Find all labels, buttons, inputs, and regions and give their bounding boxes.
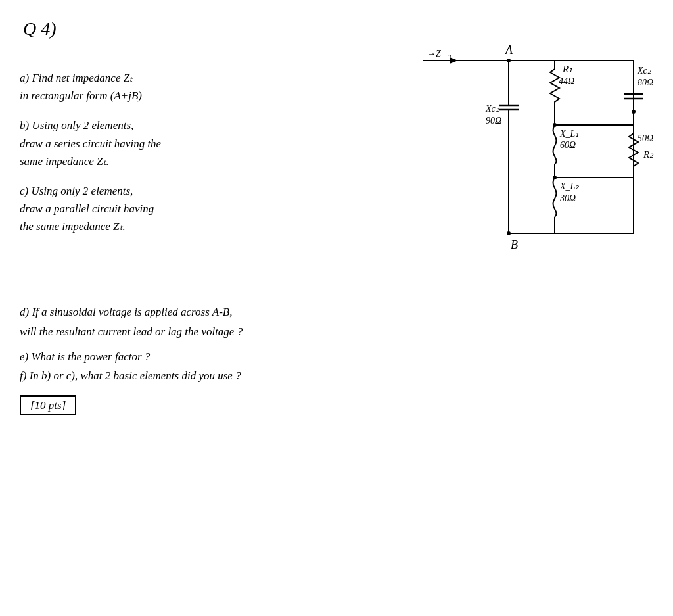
part-c-line2: draw a parallel circuit having <box>20 200 388 218</box>
node-b-label: B <box>511 238 518 251</box>
node-a-label: A <box>505 43 513 57</box>
r1-val: 44Ω <box>559 76 574 86</box>
part-d: d) If a sinusoidal voltage is applied ac… <box>20 302 651 322</box>
zt-label: →Z <box>427 49 441 59</box>
page: Q 4) a) Find net impedance Zₜ in rectang… <box>0 0 673 616</box>
r1-label: R₁ <box>562 64 572 74</box>
part-f: f) In b) or c), what 2 basic elements di… <box>20 366 651 386</box>
text-content: a) Find net impedance Zₜ in rectangular … <box>20 39 388 236</box>
xc2-label: Xc₂ <box>637 66 651 76</box>
circuit-diagram: A →Z T R₁ 44Ω Xc₁ 90Ω <box>384 39 660 289</box>
part-a: a) Find net impedance Zₜ in rectangular … <box>20 69 388 105</box>
r2-label: R₂ <box>643 149 654 160</box>
pts-label: [10 pts] <box>20 395 76 415</box>
xl1-label: X_L₁ <box>559 129 579 139</box>
xc1-val: 90Ω <box>486 116 501 126</box>
part-c: c) Using only 2 elements, draw a paralle… <box>20 182 388 236</box>
part-d-line2: will the resultant current lead or lag t… <box>20 322 651 342</box>
xl1-val: 60Ω <box>560 140 576 150</box>
part-c-line3: the same impedance Zₜ. <box>20 218 388 235</box>
xc2-val: 80Ω <box>638 78 653 87</box>
bottom-text: d) If a sinusoidal voltage is applied ac… <box>20 302 651 415</box>
r1-symbol <box>550 60 559 112</box>
question-number: Q 4) <box>23 18 57 39</box>
part-a-line1: a) Find net impedance Zₜ <box>20 69 388 87</box>
xl2-label: X_L₂ <box>559 181 579 191</box>
node-b-dot <box>507 231 511 235</box>
xl2-val: 30Ω <box>559 193 576 203</box>
part-b: b) Using only 2 elements, draw a series … <box>20 116 388 170</box>
part-a-line2: in rectangular form (A+jB) <box>20 87 388 105</box>
part-c-line1: c) Using only 2 elements, <box>20 182 388 200</box>
xl2-symbol <box>553 178 557 217</box>
part-b-line1: b) Using only 2 elements, <box>20 116 388 134</box>
r2-val: 50Ω <box>638 133 653 143</box>
part-b-line2: draw a series circuit having the <box>20 135 388 153</box>
part-b-line3: same impedance Zₜ. <box>20 153 388 170</box>
xc1-label: Xc₁ <box>485 104 499 114</box>
pts-container: [10 pts] <box>20 395 651 415</box>
part-e: e) What is the power factor ? <box>20 347 651 367</box>
xl1-symbol <box>553 125 557 164</box>
circuit-svg: A →Z T R₁ 44Ω Xc₁ 90Ω <box>384 39 660 289</box>
